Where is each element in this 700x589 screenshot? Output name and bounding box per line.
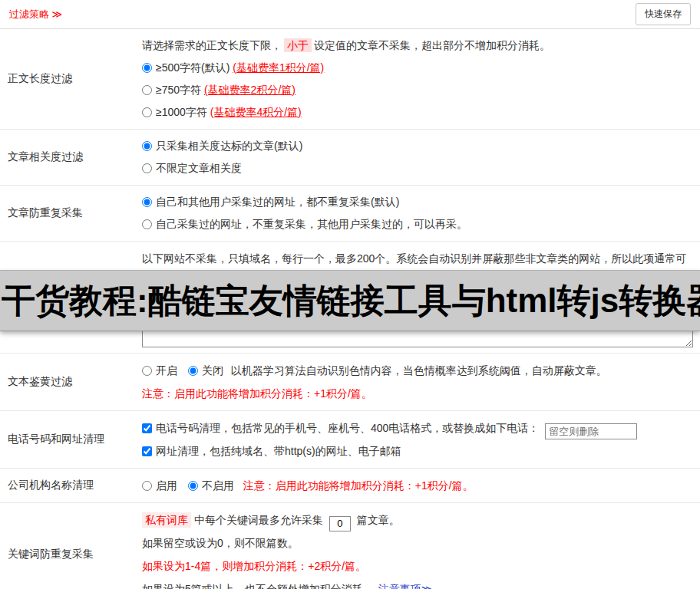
body-length-1000-rate-note: (基础费率4积分/篇): [210, 106, 302, 118]
phone-cleanup-label: 电话号码清理，包括常见的手机号、座机号、400电话格式，或替换成如下电话：: [156, 422, 539, 434]
porn-filter-off-option[interactable]: 关闭: [188, 364, 226, 377]
url-cleanup-option[interactable]: 网址清理，包括纯域名、带http(s)的网址、电子邮箱: [142, 445, 401, 457]
row-porn-filter: 文本鉴黄过滤 开启 关闭 以机器学习算法自动识别色情内容，当色情概率达到系统阈值…: [0, 354, 700, 411]
body-length-option-750[interactable]: ≥750字符 (基础费率2积分/篇): [142, 79, 694, 101]
porn-filter-content: 开启 关闭 以机器学习算法自动识别色情内容，当色情概率达到系统阈值，自动屏蔽文章…: [142, 354, 700, 410]
company-cleanup-off-label: 不启用: [202, 479, 234, 492]
company-cleanup-on-option[interactable]: 启用: [142, 479, 180, 492]
relevance-any-radio[interactable]: [142, 163, 152, 173]
body-length-750-radio[interactable]: [142, 85, 152, 95]
row-company-cleanup: 公司机构名称清理 启用 不启用 注意：启用此功能将增加积分消耗：+1积分/篇。: [0, 469, 700, 503]
replacement-phone-input[interactable]: [545, 423, 637, 439]
dedup-global-radio[interactable]: [142, 197, 152, 207]
porn-filter-label: 文本鉴黄过滤: [0, 354, 142, 410]
dedup-self-radio[interactable]: [142, 219, 152, 229]
company-cleanup-on-label: 启用: [156, 479, 177, 492]
relevance-filter-label: 文章相关度过滤: [0, 130, 142, 185]
company-cleanup-off-option[interactable]: 不启用: [188, 479, 237, 492]
keyword-max-count-input[interactable]: [329, 516, 351, 531]
dedup-self-label: 自己采集过的网址，不重复采集，其他用户采集过的，可以再采。: [156, 218, 467, 230]
watermark-overlay-text: 干货教程:酷链宝友情链接工具与html转js转换器(: [0, 278, 700, 324]
phone-cleanup-checkbox[interactable]: [142, 423, 152, 433]
url-cleanup-label: 网址清理，包括纯域名、带http(s)的网址、电子邮箱: [156, 445, 401, 457]
row-body-length-filter: 正文长度过滤 请选择需求的正文长度下限，小于设定值的文章不采集，超出部分不增加积…: [0, 29, 700, 130]
relevance-option-any[interactable]: 不限定文章相关度: [142, 157, 694, 179]
company-cleanup-content: 启用 不启用 注意：启用此功能将增加积分消耗：+1积分/篇。: [142, 469, 700, 502]
body-length-500-rate-note: (基础费率1积分/篇): [233, 61, 324, 74]
dedup-global-label: 自己和其他用户采集过的网址，都不重复采集(默认): [156, 196, 399, 208]
keyword-dedup-line2: 如果留空或设为0，则不限篇数。: [142, 531, 694, 554]
keyword-dedup-line4: 如果设为5篇或以上，也不会额外增加积分消耗。注意事项≫: [142, 577, 694, 589]
relevance-strict-radio[interactable]: [142, 141, 152, 151]
body-length-filter-content: 请选择需求的正文长度下限，小于设定值的文章不采集，超出部分不增加积分消耗。 ≥5…: [142, 29, 700, 129]
company-cleanup-on-radio[interactable]: [142, 481, 152, 491]
body-length-option-1000[interactable]: ≥1000字符 (基础费率4积分/篇): [142, 101, 694, 123]
porn-filter-on-radio[interactable]: [142, 366, 152, 376]
company-cleanup-options: 启用 不启用 注意：启用此功能将增加积分消耗：+1积分/篇。: [142, 474, 694, 497]
body-length-750-label: ≥750字符: [156, 84, 204, 96]
body-length-500-label: ≥500字符(默认): [156, 61, 233, 74]
relevance-any-label: 不限定文章相关度: [156, 162, 242, 174]
porn-filter-off-label: 关闭: [202, 364, 223, 377]
quick-save-button[interactable]: 快速保存: [636, 3, 691, 25]
dedup-collection-content: 自己和其他用户采集过的网址，都不重复采集(默认) 自己采集过的网址，不重复采集，…: [142, 186, 700, 241]
dedup-option-self[interactable]: 自己采集过的网址，不重复采集，其他用户采集过的，可以再采。: [142, 213, 694, 235]
body-length-1000-radio[interactable]: [142, 107, 152, 117]
phone-url-cleanup-content: 电话号码清理，包括常见的手机号、座机号、400电话格式，或替换成如下电话： 网址…: [142, 411, 700, 468]
body-length-option-500[interactable]: ≥500字符(默认) (基础费率1积分/篇): [142, 57, 694, 79]
porn-filter-on-label: 开启: [156, 364, 177, 377]
private-lexicon-badge: 私有词库: [142, 512, 191, 528]
url-cleanup-checkbox[interactable]: [142, 446, 152, 456]
phone-cleanup-option[interactable]: 电话号码清理，包括常见的手机号、座机号、400电话格式，或替换成如下电话：: [142, 422, 542, 434]
porn-filter-cost-note: 注意：启用此功能将增加积分消耗：+1积分/篇。: [142, 382, 694, 405]
keyword-dedup-line4-text: 如果设为5篇或以上，也不会额外增加积分消耗。: [142, 583, 374, 589]
row-keyword-dedup: 关键词防重复采集 私有词库中每个关键词最多允许采集 篇文章。 如果留空或设为0，…: [0, 503, 700, 589]
dedup-collection-label: 文章防重复采集: [0, 186, 142, 241]
body-length-750-rate-note: (基础费率2积分/篇): [204, 84, 296, 96]
url-cleanup-line: 网址清理，包括纯域名、带http(s)的网址、电子邮箱: [142, 439, 694, 462]
row-phone-url-cleanup: 电话号码和网址清理 电话号码清理，包括常见的手机号、座机号、400电话格式，或替…: [0, 411, 700, 469]
body-length-1000-label: ≥1000字符: [156, 106, 210, 118]
company-cleanup-off-radio[interactable]: [188, 481, 198, 491]
phone-cleanup-line: 电话号码清理，包括常见的手机号、座机号、400电话格式，或替换成如下电话：: [142, 416, 694, 439]
relevance-strict-label: 只采集相关度达标的文章(默认): [156, 140, 302, 152]
dedup-option-global[interactable]: 自己和其他用户采集过的网址，都不重复采集(默认): [142, 191, 694, 213]
watermark-overlay-banner: 干货教程:酷链宝友情链接工具与html转js转换器(: [0, 270, 700, 331]
body-length-filter-label: 正文长度过滤: [0, 29, 142, 129]
keyword-dedup-cost-note: 如果设为1-4篇，则增加积分消耗：+2积分/篇。: [142, 554, 694, 577]
company-cleanup-label: 公司机构名称清理: [0, 469, 142, 502]
porn-filter-desc: 以机器学习算法自动识别色情内容，当色情概率达到系统阈值，自动屏蔽文章。: [231, 364, 607, 377]
body-length-intro: 请选择需求的正文长度下限，小于设定值的文章不采集，超出部分不增加积分消耗。: [142, 35, 694, 57]
phone-url-cleanup-label: 电话号码和网址清理: [0, 411, 142, 468]
row-relevance-filter: 文章相关度过滤 只采集相关度达标的文章(默认) 不限定文章相关度: [0, 130, 700, 186]
page-title[interactable]: 过滤策略 ≫: [9, 8, 62, 21]
relevance-filter-content: 只采集相关度达标的文章(默认) 不限定文章相关度: [142, 130, 700, 185]
row-dedup-collection: 文章防重复采集 自己和其他用户采集过的网址，都不重复采集(默认) 自己采集过的网…: [0, 186, 700, 242]
keyword-dedup-content: 私有词库中每个关键词最多允许采集 篇文章。 如果留空或设为0，则不限篇数。 如果…: [142, 503, 700, 589]
keyword-dedup-line1: 私有词库中每个关键词最多允许采集 篇文章。: [142, 508, 694, 531]
keyword-dedup-line1-mid: 中每个关键词最多允许采集: [194, 514, 323, 526]
notice-link[interactable]: 注意事项≫: [378, 583, 433, 589]
body-length-intro-suffix: 设定值的文章不采集，超出部分不增加积分消耗。: [314, 39, 550, 51]
body-length-500-radio[interactable]: [142, 63, 152, 73]
porn-filter-off-radio[interactable]: [188, 366, 198, 376]
keyword-dedup-label: 关键词防重复采集: [0, 503, 142, 589]
porn-filter-on-option[interactable]: 开启: [142, 364, 180, 377]
keyword-dedup-line1-suffix: 篇文章。: [357, 514, 400, 526]
company-cleanup-cost-note: 注意：启用此功能将增加积分消耗：+1积分/篇。: [243, 479, 474, 492]
body-length-intro-prefix: 请选择需求的正文长度下限，: [142, 39, 282, 51]
body-length-intro-highlight: 小于: [284, 38, 312, 52]
porn-filter-options: 开启 关闭 以机器学习算法自动识别色情内容，当色情概率达到系统阈值，自动屏蔽文章…: [142, 359, 694, 382]
page-header: 过滤策略 ≫ 快速保存: [0, 0, 700, 29]
relevance-option-strict[interactable]: 只采集相关度达标的文章(默认): [142, 135, 694, 157]
